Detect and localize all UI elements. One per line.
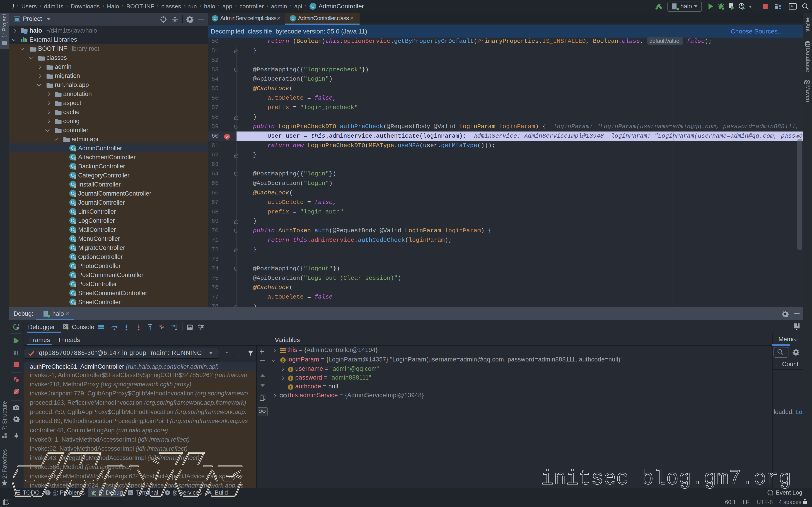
svg-text:f: f (290, 385, 291, 390)
svg-text:f: f (290, 376, 291, 381)
svg-text:p: p (282, 358, 284, 362)
svg-text:f: f (290, 367, 291, 372)
